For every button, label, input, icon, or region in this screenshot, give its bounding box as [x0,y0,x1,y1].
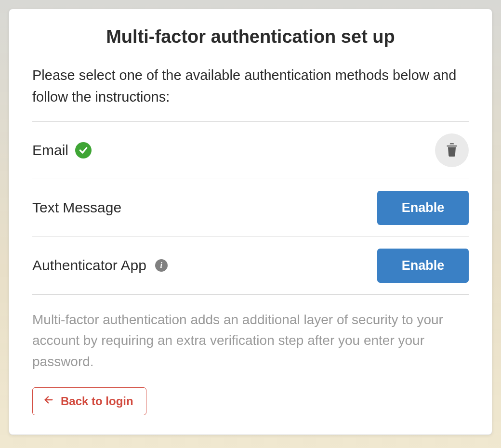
check-circle-icon [75,142,92,158]
arrow-left-icon [43,395,54,408]
trash-icon [445,142,459,158]
method-list: Email Text Message Enable [32,121,469,295]
method-text-label: Text Message [32,199,121,216]
enable-text-message-button[interactable]: Enable [377,191,469,225]
delete-email-method-button[interactable] [435,133,469,167]
method-email-label: Email [32,142,68,158]
instructions-text: Please select one of the available authe… [32,65,469,108]
method-text-label-wrap: Text Message [32,199,121,216]
method-email-label-wrap: Email [32,142,92,158]
info-icon[interactable]: i [155,259,168,272]
enable-authenticator-button[interactable]: Enable [377,249,469,283]
back-to-login-button[interactable]: Back to login [32,387,146,415]
method-row-email: Email [32,122,469,179]
method-row-text-message: Text Message Enable [32,179,469,237]
back-to-login-label: Back to login [61,395,133,408]
page-title: Multi-factor authentication set up [32,26,469,47]
method-row-authenticator: Authenticator App i Enable [32,237,469,295]
mfa-description: Multi-factor authentication adds an addi… [32,309,469,372]
method-authenticator-label: Authenticator App [32,257,146,274]
method-authenticator-label-wrap: Authenticator App i [32,257,168,274]
mfa-setup-card: Multi-factor authentication set up Pleas… [9,9,492,435]
